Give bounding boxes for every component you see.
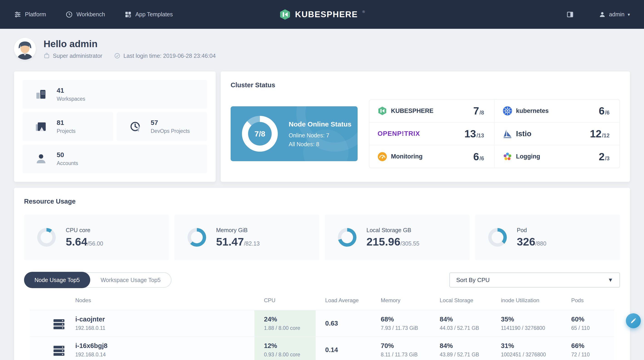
nav-workbench[interactable]: Workbench (66, 11, 105, 18)
component-count: 13 (464, 128, 476, 140)
user-menu[interactable]: admin ▾ (599, 11, 630, 18)
gauge-value: 326 (517, 235, 536, 248)
component-count: 6 (599, 105, 604, 117)
storage-detail: 43.89 / 52.71 GB (440, 352, 492, 358)
cluster-status-title: Cluster Status (230, 82, 620, 89)
stat-value: 50 (57, 151, 78, 159)
stat-label: DevOps Projects (151, 128, 190, 134)
last-login-item: Last login time: 2019-06-28 23:46:04 (114, 52, 216, 59)
tab-node-usage-top5[interactable]: Node Usage Top5 (24, 272, 90, 288)
kubesphere-logo: KUBESPHERE ® (279, 8, 365, 20)
stat-label: Projects (57, 128, 76, 134)
nav-platform[interactable]: Platform (14, 11, 46, 18)
platform-icon (14, 11, 21, 18)
node-name[interactable]: i-16x6bgj8 (75, 342, 254, 350)
donut-hole (341, 232, 353, 243)
component-count: 12 (590, 128, 601, 140)
node-online-donut: 7/8 (242, 116, 278, 152)
cluster-components-panel: KUBESPHERE 7 /8 (369, 99, 620, 168)
node-online-info: Node Online Status Online Nodes: 7 All N… (289, 120, 352, 148)
col-header-cpu: CPU (254, 297, 316, 304)
node-online-status-panel: 7/8 Node Online Status Online Nodes: 7 A… (230, 106, 358, 161)
nav-left: Platform Workbench App Templates (14, 11, 173, 18)
donut-hole (40, 232, 52, 243)
role-label: Super administrator (53, 52, 102, 59)
workbench-icon (66, 11, 73, 18)
kubernetes-icon (503, 106, 512, 116)
gauge-label: CPU core (66, 227, 103, 234)
role-badge-icon (44, 52, 50, 59)
nav-label: Workbench (76, 11, 105, 18)
logo-text: KUBESPHERE (295, 10, 358, 19)
cluster-switch-icon[interactable] (566, 11, 574, 18)
top-navbar: Platform Workbench App Templates (0, 0, 644, 29)
storage-detail: 44.03 / 52.71 GB (440, 325, 492, 331)
inode-percent: 35% (501, 316, 562, 323)
monitoring-icon (378, 152, 387, 162)
gauge-total: /82.13 (244, 240, 260, 247)
gauge-cpu: CPU core 5.64 /56.00 (24, 215, 169, 260)
gauge-value: 5.64 (66, 235, 87, 248)
load-average: 0.63 (325, 320, 371, 327)
role-item: Super administrator (44, 52, 102, 59)
local-storage-cell: 84% 43.89 / 52.71 GB (430, 337, 492, 360)
node-name[interactable]: i-caojnter (75, 316, 254, 323)
cpu-percent: 24% (264, 316, 316, 323)
component-name: Logging (516, 153, 540, 160)
component-name: kubernetes (516, 108, 549, 114)
load-average-cell: 0.14 (316, 337, 371, 360)
load-average-cell: 0.63 (316, 310, 371, 336)
node-usage-table: Nodes CPU Load Average Memory Local Stor… (30, 297, 614, 360)
table-row[interactable]: i-16x6bgj8 192.168.0.14 12% 0.93 / 8.00 … (30, 336, 614, 360)
nav-app-templates[interactable]: App Templates (124, 11, 173, 18)
stat-devops-projects[interactable]: 57 DevOps Projects (117, 112, 207, 141)
pods-cell: 60% 65 / 110 (562, 310, 614, 336)
edit-fab-button[interactable] (626, 313, 641, 328)
gauge-total: /56.00 (87, 240, 103, 247)
user-icon (599, 11, 606, 18)
resource-gauges: CPU core 5.64 /56.00 Memory GiB 51.47 /8… (24, 215, 620, 260)
memory-detail: 7.93 / 11.73 GiB (381, 325, 430, 331)
col-header-local-storage: Local Storage (430, 297, 492, 304)
table-row[interactable]: i-caojnter 192.168.0.11 24% 1.88 / 8.00 … (30, 310, 614, 336)
component-count: 2 (599, 150, 604, 163)
table-header-row: Nodes CPU Load Average Memory Local Stor… (30, 297, 614, 310)
stat-projects[interactable]: 81 Projects (23, 112, 113, 141)
storage-percent: 84% (440, 342, 492, 350)
cpu-detail: 0.93 / 8.00 core (264, 352, 316, 358)
sort-by-select[interactable]: Sort By CPU ▼ (450, 272, 620, 288)
top-cards-row: 41 Workspaces 81 Projects (0, 72, 644, 182)
col-header-inode-utilization: inode Utilization (492, 297, 562, 304)
tab-workspace-usage-top5[interactable]: Workspace Usage Top5 (90, 272, 171, 288)
logging-icon (503, 152, 512, 162)
stat-workspaces[interactable]: 41 Workspaces (23, 80, 207, 108)
kubesphere-logo-icon (279, 8, 291, 20)
stat-text: 81 Projects (57, 119, 76, 134)
usage-tabs: Node Usage Top5 Workspace Usage Top5 (24, 272, 172, 288)
stat-text: 57 DevOps Projects (151, 119, 190, 134)
table-header-spacer (30, 297, 75, 304)
gauge-value: 215.96 (366, 235, 400, 248)
pods-cell: 66% 72 / 110 (562, 337, 614, 360)
component-name: Istio (516, 130, 532, 138)
inode-detail: 1002451 / 3276800 (501, 352, 562, 358)
inode-cell: 31% 1002451 / 3276800 (492, 337, 562, 360)
chevron-down-icon: ▾ (628, 12, 630, 17)
stat-accounts[interactable]: 50 Accounts (23, 145, 207, 173)
gauge-label: Local Storage GB (366, 227, 419, 234)
cluster-status-card: Cluster Status 7/8 Node Online Status On… (221, 72, 630, 182)
cpu-detail: 1.88 / 8.00 core (264, 325, 316, 331)
stat-text: 50 Accounts (57, 151, 78, 166)
stat-value: 81 (57, 119, 76, 126)
local-storage-cell: 84% 44.03 / 52.71 GB (430, 310, 492, 336)
component-logging: Logging 2 /3 (494, 145, 620, 168)
nav-label: App Templates (136, 11, 173, 18)
component-name: Monitoring (391, 153, 422, 160)
hello-text: Hello admin Super administrator Last log… (44, 38, 216, 59)
col-header-pods: Pods (562, 297, 614, 304)
component-total: /3 (605, 155, 610, 162)
component-count: 7 (473, 105, 479, 117)
online-nodes-text: Online Nodes: 7 (289, 132, 352, 139)
node-online-title: Node Online Status (289, 120, 352, 128)
page-title: Hello admin (44, 38, 216, 50)
